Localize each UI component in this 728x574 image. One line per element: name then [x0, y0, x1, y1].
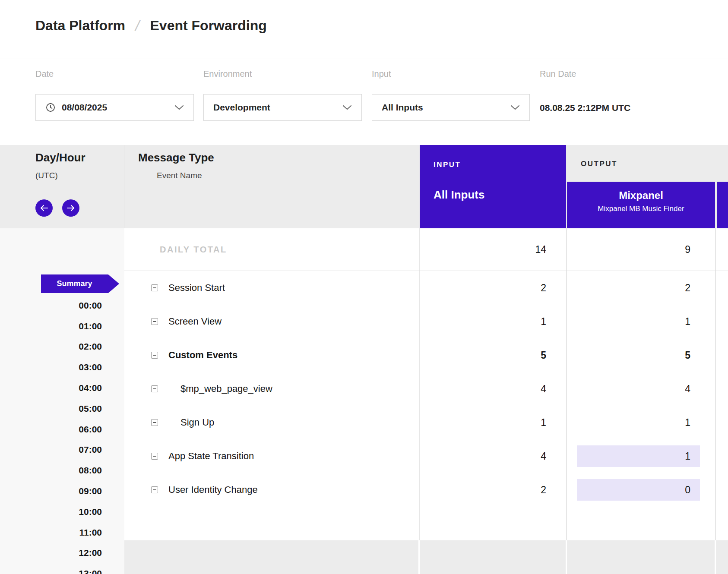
output-count: 5 [577, 344, 700, 366]
top-bar: Data Platform / Event Forwarding [0, 0, 728, 59]
output-column-header-mixpanel[interactable]: Mixpanel Mixpanel MB Music Finder [567, 182, 715, 228]
input-select[interactable]: All Inputs [372, 94, 530, 121]
collapse-toggle-icon[interactable] [151, 284, 158, 291]
event-name: Session Start [168, 271, 225, 305]
day-hour-title: Day/Hour [35, 151, 85, 164]
daily-total-label: DAILY TOTAL [160, 228, 227, 271]
environment-filter-label: Environment [203, 69, 362, 79]
output-count: 1 [577, 445, 700, 467]
output-count: 0 [577, 479, 700, 501]
input-count: 2 [423, 479, 546, 501]
hour-row-08:00[interactable]: 08:00 [0, 460, 124, 481]
date-select[interactable]: 08/08/2025 [35, 94, 194, 121]
breadcrumb-section[interactable]: Data Platform [35, 18, 125, 34]
input-count: 5 [423, 344, 546, 366]
output-column-label: OUTPUT [581, 160, 617, 168]
event-name: User Identity Change [168, 473, 258, 507]
input-count: 2 [423, 277, 546, 299]
chevron-down-icon [510, 105, 520, 110]
collapse-toggle-icon[interactable] [151, 385, 158, 392]
hour-row-05:00[interactable]: 05:00 [0, 398, 124, 419]
event-name: App State Transition [168, 439, 254, 473]
hour-row-12:00[interactable]: 12:00 [0, 543, 124, 564]
input-value: All Inputs [382, 102, 510, 113]
input-column-name: All Inputs [434, 188, 484, 202]
hour-row-00:00[interactable]: 00:00 [0, 295, 124, 316]
input-count: 4 [423, 378, 546, 400]
collapse-toggle-icon[interactable] [151, 486, 158, 493]
chevron-down-icon [342, 105, 352, 110]
hour-row-10:00[interactable]: 10:00 [0, 501, 124, 522]
run-date-label: Run Date [540, 69, 630, 79]
input-count: 1 [423, 311, 546, 332]
day-pager [35, 199, 79, 217]
message-type-title: Message Type [138, 151, 214, 164]
previous-day-button[interactable] [35, 199, 53, 217]
output-count: 1 [577, 412, 700, 433]
event-name: Sign Up [180, 406, 214, 439]
event-rows: Session Start 2 2 Screen View 1 1 Custom… [124, 271, 728, 507]
event-row: Session Start 2 2 [124, 271, 728, 305]
date-filter-label: Date [35, 69, 194, 79]
collapse-toggle-icon[interactable] [151, 318, 158, 325]
collapse-toggle-icon[interactable] [151, 419, 158, 426]
table-footer-band [124, 540, 728, 574]
daily-total-input: 14 [423, 239, 546, 260]
event-name: $mp_web_page_view [180, 372, 272, 406]
date-filter: Date 08/08/2025 [35, 69, 194, 121]
hour-row-07:00[interactable]: 07:00 [0, 440, 124, 460]
event-name: Custom Events [168, 338, 237, 372]
environment-filter: Environment Development [203, 69, 362, 121]
output-column-subtitle: Mixpanel MB Music Finder [567, 205, 715, 213]
daily-total-output: 9 [577, 239, 700, 260]
hour-row-03:00[interactable]: 03:00 [0, 357, 124, 378]
breadcrumb: Data Platform / Event Forwarding [35, 17, 267, 34]
column-divider [418, 540, 420, 574]
column-divider [715, 540, 716, 574]
next-output-column-partial[interactable] [717, 182, 728, 228]
event-row: Custom Events 5 5 [124, 338, 728, 372]
summary-badge[interactable]: Summary [41, 274, 119, 293]
output-count: 4 [577, 378, 700, 400]
output-column-name: Mixpanel [567, 189, 715, 202]
event-row: App State Transition 4 1 [124, 439, 728, 473]
breadcrumb-separator: / [134, 17, 142, 34]
hour-row-11:00[interactable]: 11:00 [0, 522, 124, 543]
hour-row-02:00[interactable]: 02:00 [0, 337, 124, 357]
hour-row-01:00[interactable]: 01:00 [0, 316, 124, 337]
page-title: Event Forwarding [150, 18, 267, 34]
run-date-value: 08.08.25 2:12PM UTC [540, 103, 630, 113]
input-column-header[interactable]: INPUT All Inputs [420, 145, 566, 228]
input-count: 1 [423, 412, 546, 433]
event-row: Sign Up 1 1 [124, 406, 728, 439]
run-date: Run Date 08.08.25 2:12PM UTC [540, 69, 630, 113]
next-day-button[interactable] [62, 199, 79, 217]
day-hour-subtitle: (UTC) [35, 171, 58, 180]
event-name: Screen View [168, 305, 222, 338]
event-row: $mp_web_page_view 4 4 [124, 372, 728, 406]
environment-select[interactable]: Development [203, 94, 362, 121]
output-count: 2 [577, 277, 700, 299]
hour-row-04:00[interactable]: 04:00 [0, 378, 124, 398]
event-forwarding-page: Data Platform / Event Forwarding Date 08… [0, 0, 728, 574]
output-count: 1 [577, 311, 700, 332]
hour-row-06:00[interactable]: 06:00 [0, 419, 124, 440]
collapse-toggle-icon[interactable] [151, 453, 158, 460]
hour-row-09:00[interactable]: 09:00 [0, 481, 124, 501]
clock-icon [45, 102, 56, 113]
environment-value: Development [213, 102, 342, 113]
chevron-down-icon [174, 105, 184, 110]
event-row: User Identity Change 2 0 [124, 473, 728, 507]
daily-total-row: DAILY TOTAL 14 9 [124, 228, 728, 271]
event-row: Screen View 1 1 [124, 305, 728, 338]
input-filter: Input All Inputs [372, 69, 530, 121]
hour-row-13:00[interactable]: 13:00 [0, 563, 124, 574]
collapse-toggle-icon[interactable] [151, 352, 158, 359]
input-count: 4 [423, 445, 546, 467]
event-name-subtitle: Event Name [157, 171, 202, 180]
date-value: 08/08/2025 [62, 102, 174, 113]
input-filter-label: Input [372, 69, 530, 79]
input-column-label: INPUT [434, 161, 461, 169]
column-divider [566, 540, 567, 574]
filter-bar: Date 08/08/2025 Environment Development [0, 59, 728, 145]
